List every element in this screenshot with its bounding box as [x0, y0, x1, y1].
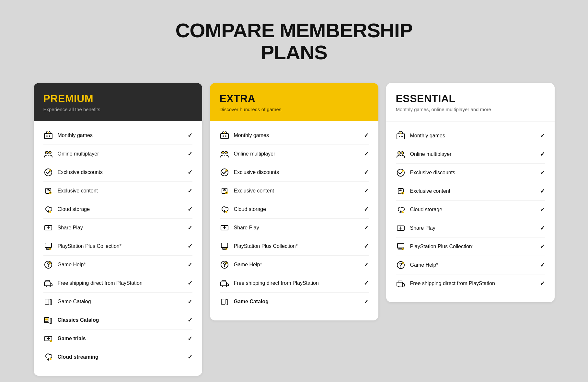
plan-name-extra: EXTRA — [220, 93, 369, 105]
feature-label: Game Help* — [58, 262, 86, 268]
feature-row: Game Help*✓ — [220, 256, 369, 274]
checkmark-icon: ✓ — [540, 225, 545, 232]
svg-point-23 — [50, 285, 51, 287]
checkmark-icon: ✓ — [188, 187, 192, 194]
feature-row: Exclusive content✓ — [43, 182, 192, 200]
checkmark-icon: ✓ — [188, 317, 192, 324]
feature-row: Online multiplayer✓ — [396, 145, 545, 164]
checkmark-icon: ✓ — [540, 188, 545, 195]
feature-row: Cloud streaming✓ — [43, 348, 192, 366]
checkmark-icon: ✓ — [364, 261, 369, 268]
plan-card-premium: PREMIUMExperience all the benefits Month… — [34, 83, 202, 376]
feature-row: Share Play✓ — [220, 219, 369, 237]
icon-game-help- — [43, 260, 53, 270]
feature-row: Share Play✓ — [43, 219, 192, 237]
checkmark-icon: ✓ — [364, 298, 369, 305]
feature-row: PlayStation Plus Collection*✓ — [220, 237, 369, 256]
icon-cloud-streaming — [43, 352, 53, 362]
plan-features-extra: Monthly games✓ Online multiplayer✓ Exclu… — [210, 121, 378, 320]
feature-row: Game Help*✓ — [43, 256, 192, 274]
svg-point-6 — [46, 152, 47, 153]
checkmark-icon: ✓ — [540, 280, 545, 287]
feature-row: Game trials✓ — [43, 330, 192, 348]
plan-subtitle-essential: Monthly games, online multiplayer and mo… — [396, 107, 545, 112]
svg-rect-3 — [48, 132, 49, 133]
icon-cloud-storage — [220, 204, 229, 214]
icon-game-trials — [43, 334, 53, 343]
svg-point-64 — [402, 170, 404, 172]
svg-point-36 — [222, 152, 224, 153]
svg-point-66 — [400, 190, 401, 191]
icon-game-help- — [220, 260, 229, 270]
svg-point-77 — [398, 286, 399, 287]
plan-card-extra: EXTRADiscover hundreds of games Monthly … — [210, 83, 378, 320]
feature-label: Online multiplayer — [234, 151, 275, 157]
feature-row: Game Catalog✓ — [220, 293, 369, 311]
checkmark-icon: ✓ — [364, 280, 369, 287]
icon-free-shipping-direct-from-playstation — [220, 278, 229, 288]
feature-row: PlayStation Plus Collection*✓ — [43, 237, 192, 256]
checkmark-icon: ✓ — [188, 243, 192, 250]
plan-header-extra: EXTRADiscover hundreds of games — [210, 83, 378, 121]
checkmark-icon: ✓ — [364, 206, 369, 213]
checkmark-icon: ✓ — [364, 187, 369, 194]
svg-point-37 — [225, 152, 227, 153]
icon-exclusive-content — [220, 186, 229, 196]
checkmark-icon: ✓ — [540, 206, 545, 213]
feature-label: Share Play — [234, 225, 259, 231]
svg-rect-55 — [397, 134, 405, 139]
svg-point-61 — [398, 152, 400, 154]
svg-point-29 — [50, 358, 52, 360]
checkmark-icon: ✓ — [364, 132, 369, 139]
svg-rect-33 — [224, 132, 225, 133]
feature-label: Exclusive discounts — [58, 169, 103, 175]
checkmark-icon: ✓ — [188, 353, 192, 361]
svg-point-2 — [49, 135, 50, 137]
feature-label: Exclusive discounts — [410, 170, 455, 176]
icon-game-catalog — [43, 297, 53, 307]
feature-row: Exclusive discounts✓ — [396, 164, 545, 182]
svg-rect-30 — [221, 133, 228, 139]
svg-point-43 — [225, 211, 227, 213]
feature-row: Cloud storage✓ — [396, 201, 545, 219]
icon-classics-catalog — [43, 315, 53, 325]
feature-row: Cloud storage✓ — [43, 200, 192, 219]
feature-row: Share Play✓ — [396, 219, 545, 237]
icon-exclusive-discounts — [220, 168, 229, 177]
svg-point-53 — [226, 285, 227, 287]
checkmark-icon: ✓ — [364, 224, 369, 231]
checkmark-icon: ✓ — [188, 169, 192, 176]
checkmark-icon: ✓ — [540, 243, 545, 250]
svg-point-39 — [225, 169, 227, 171]
checkmark-icon: ✓ — [364, 150, 369, 157]
page-title: COMPARE MEMBERSHIP PLANS — [176, 19, 413, 64]
feature-label: Online multiplayer — [410, 151, 452, 157]
plan-features-essential: Monthly games✓ Online multiplayer✓ Exclu… — [386, 122, 555, 302]
plan-name-essential: ESSENTIAL — [396, 93, 545, 105]
feature-label: Monthly games — [58, 133, 93, 138]
svg-point-22 — [46, 285, 47, 287]
svg-rect-54 — [221, 299, 225, 304]
svg-point-19 — [48, 266, 49, 267]
icon-monthly-games — [396, 131, 406, 141]
feature-label: PlayStation Plus Collection* — [58, 243, 121, 249]
feature-label: Cloud storage — [410, 207, 443, 213]
checkmark-icon: ✓ — [364, 243, 369, 250]
icon-free-shipping-direct-from-playstation — [43, 278, 53, 288]
icon-exclusive-content — [43, 186, 53, 196]
svg-point-11 — [48, 189, 49, 191]
feature-label: PlayStation Plus Collection* — [234, 243, 298, 249]
feature-label: Share Play — [58, 225, 83, 231]
feature-row: Game Catalog✓ — [43, 293, 192, 311]
svg-point-7 — [49, 152, 51, 153]
plan-card-essential: ESSENTIALMonthly games, online multiplay… — [386, 83, 555, 302]
icon-playstation-plus-collection- — [396, 242, 406, 251]
icon-share-play — [220, 223, 229, 233]
svg-point-41 — [224, 189, 225, 191]
icon-share-play — [43, 223, 53, 233]
feature-label: Game Catalog — [234, 299, 269, 305]
plan-subtitle-extra: Discover hundreds of games — [220, 107, 369, 112]
feature-label: Game Help* — [410, 262, 438, 268]
icon-free-shipping-direct-from-playstation — [396, 279, 406, 288]
feature-label: Game Catalog — [58, 299, 91, 305]
